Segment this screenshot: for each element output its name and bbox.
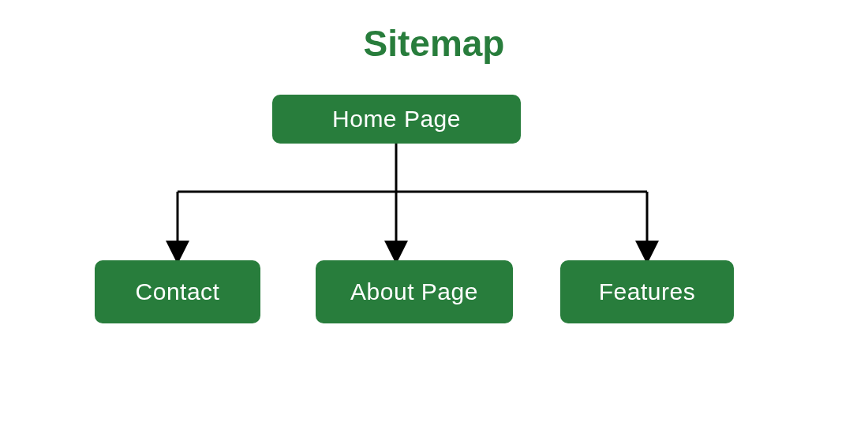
node-label: Features bbox=[599, 278, 695, 305]
node-about-page: About Page bbox=[316, 260, 513, 323]
connector-lines bbox=[0, 0, 868, 437]
node-features: Features bbox=[560, 260, 734, 323]
node-label: Home Page bbox=[332, 106, 461, 133]
node-contact: Contact bbox=[95, 260, 260, 323]
node-label: Contact bbox=[136, 278, 220, 305]
node-home-page: Home Page bbox=[272, 95, 521, 144]
node-label: About Page bbox=[350, 278, 478, 305]
diagram-title: Sitemap bbox=[0, 22, 868, 65]
